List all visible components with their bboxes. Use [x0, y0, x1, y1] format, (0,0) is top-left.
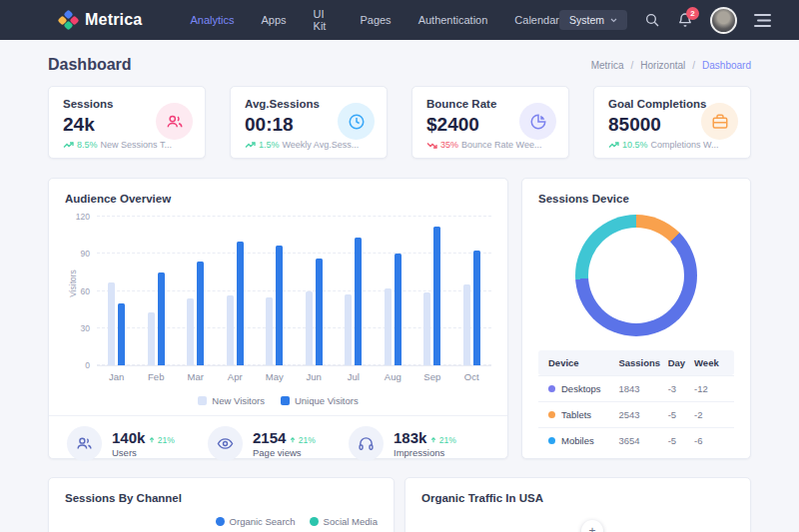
- bar: [473, 251, 480, 365]
- audience-bar-chart: Visitors 0306090120 JanFebMarAprMayJunJu…: [65, 217, 491, 388]
- breadcrumb-separator: /: [692, 60, 695, 71]
- eye-icon: [208, 426, 243, 461]
- breadcrumb-item[interactable]: Horizontal: [640, 60, 685, 71]
- page-title: Dashboard: [48, 56, 132, 74]
- audience-overview-title: Audience Overview: [65, 193, 491, 205]
- device-name: Desktops: [561, 383, 601, 394]
- pie-chart-icon: [519, 103, 556, 140]
- map-zoom-in-button[interactable]: +: [581, 520, 603, 532]
- metric-impressions: 183k 21% Impressions: [349, 426, 489, 461]
- metric-users: 140k 21% Users: [67, 426, 208, 461]
- device-dot: [548, 411, 555, 418]
- table-cell: 1843: [618, 383, 667, 394]
- search-icon[interactable]: [644, 12, 660, 28]
- users-icon: [156, 103, 193, 140]
- sessions-device-donut-chart: [575, 215, 697, 336]
- breadcrumb-separator: /: [630, 60, 633, 71]
- metric-page-views: 2154 21% Page views: [208, 426, 349, 461]
- bar: [158, 272, 165, 365]
- nav-item-analytics[interactable]: Analytics: [190, 14, 234, 26]
- nav-item-apps[interactable]: Apps: [261, 14, 286, 26]
- trend-text: Bounce Rate Wee...: [461, 140, 541, 150]
- notification-count-badge: 2: [686, 7, 699, 20]
- y-axis-tick: 30: [81, 323, 90, 333]
- table-cell: -3: [668, 383, 694, 394]
- y-axis-tick: 60: [81, 286, 90, 296]
- sessions-device-title: Sessions Device: [538, 193, 734, 205]
- bar: [266, 297, 273, 365]
- column-header: Day: [668, 357, 694, 368]
- trend-pct: 8.5%: [77, 140, 98, 150]
- organic-traffic-usa-title: Organic Traffic In USA: [421, 492, 734, 504]
- legend-dot: [310, 517, 319, 526]
- stat-card-sessions: Sessions 24k 8.5% New Sessions T...: [48, 86, 206, 159]
- nav-item-calendar[interactable]: Calendar: [514, 14, 559, 26]
- brand-name: Metrica: [85, 11, 142, 29]
- bar: [148, 312, 155, 365]
- menu-toggle-icon[interactable]: [754, 14, 771, 27]
- legend-swatch: [281, 396, 290, 405]
- system-dropdown-label: System: [569, 14, 604, 26]
- bar: [118, 303, 125, 365]
- sessions-device-table: DeviceSassionsDayWeekDesktops1843-3-12Ta…: [538, 350, 734, 453]
- delta-badge: 21%: [149, 435, 174, 445]
- legend-organic-search: Organic Search: [216, 516, 296, 527]
- nav-item-authentication[interactable]: Authentication: [418, 14, 488, 26]
- bar: [227, 295, 234, 365]
- bar: [423, 292, 430, 365]
- y-axis-label: Visitors: [68, 269, 78, 297]
- x-axis-tick: Jan: [97, 371, 137, 382]
- x-axis-tick: Jul: [334, 371, 374, 382]
- legend-social-media: Social Media: [310, 516, 378, 527]
- trend-up-icon: [245, 142, 256, 149]
- bar-group-jun: [295, 217, 335, 365]
- stat-card-goal-completions: Goal Completions 85000 10.5% Completions…: [593, 86, 751, 159]
- bar: [385, 288, 392, 365]
- bar-chart-legend: New Visitors Unique Visitors: [65, 395, 491, 406]
- bar: [345, 294, 352, 365]
- x-axis-tick: Jun: [295, 371, 335, 382]
- bar-group-apr: [216, 217, 256, 365]
- system-dropdown[interactable]: System: [559, 10, 627, 30]
- legend-unique-visitors: Unique Visitors: [281, 395, 359, 406]
- legend-swatch: [198, 396, 207, 405]
- bar-group-jan: [97, 217, 137, 365]
- x-axis-tick: Oct: [452, 371, 492, 382]
- table-row: Tablets2543-5-2: [538, 401, 734, 427]
- trend-pct: 1.5%: [259, 140, 280, 150]
- bar-group-jul: [334, 217, 374, 365]
- y-axis-tick: 120: [76, 212, 90, 222]
- device-dot: [548, 437, 555, 444]
- trend-text: Completions W...: [651, 140, 719, 150]
- bar-group-feb: [137, 217, 177, 365]
- x-axis-tick: Aug: [374, 371, 413, 382]
- x-axis-tick: Mar: [176, 371, 216, 382]
- notifications-bell-icon[interactable]: 2: [677, 12, 693, 28]
- nav-item-pages[interactable]: Pages: [360, 14, 391, 26]
- x-axis-tick: May: [255, 371, 295, 382]
- bar: [463, 284, 470, 365]
- user-avatar[interactable]: [710, 7, 737, 34]
- bar: [306, 291, 313, 366]
- column-header: Device: [548, 357, 618, 368]
- bar: [187, 298, 194, 365]
- bar-group-may: [255, 217, 295, 365]
- bar-group-sep: [412, 217, 452, 365]
- bar: [395, 254, 401, 365]
- trend-down-icon: [426, 142, 437, 149]
- legend-dot: [216, 517, 225, 526]
- table-header-row: DeviceSassionsDayWeek: [538, 350, 734, 375]
- column-header: Week: [694, 357, 724, 368]
- channel-legend: Organic Search Social Media: [65, 516, 378, 527]
- trend-text: Weekly Avg.Sess...: [283, 140, 360, 150]
- bar: [237, 242, 244, 365]
- trend-up-icon: [608, 142, 619, 149]
- metrica-logo-icon: [60, 11, 78, 29]
- breadcrumb-item[interactable]: Metrica: [591, 60, 624, 71]
- bar: [355, 238, 362, 365]
- table-cell: -5: [668, 409, 694, 420]
- stat-card-avg-sessions: Avg.Sessions 00:18 1.5% Weekly Avg.Sess.…: [230, 86, 388, 159]
- nav-item-ui-kit[interactable]: UI Kit: [314, 8, 334, 32]
- brand-logo[interactable]: Metrica: [60, 11, 142, 29]
- table-cell: -5: [668, 435, 694, 446]
